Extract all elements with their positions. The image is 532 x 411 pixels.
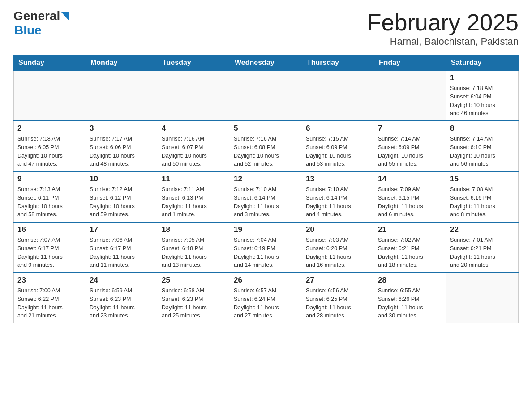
- day-number: 21: [378, 225, 442, 234]
- day-info: Sunrise: 6:55 AMSunset: 6:26 PMDaylight:…: [378, 287, 442, 320]
- calendar-week-row: 1Sunrise: 7:18 AMSunset: 6:04 PMDaylight…: [14, 71, 519, 121]
- calendar-cell: 8Sunrise: 7:14 AMSunset: 6:10 PMDaylight…: [446, 121, 519, 171]
- calendar-cell: 12Sunrise: 7:10 AMSunset: 6:14 PMDayligh…: [230, 171, 302, 222]
- day-info: Sunrise: 7:07 AMSunset: 6:17 PMDaylight:…: [17, 236, 82, 270]
- day-number: 15: [450, 175, 515, 184]
- day-number: 9: [17, 175, 82, 184]
- calendar-cell: 11Sunrise: 7:11 AMSunset: 6:13 PMDayligh…: [158, 171, 230, 222]
- day-info: Sunrise: 6:57 AMSunset: 6:24 PMDaylight:…: [234, 287, 298, 320]
- day-info: Sunrise: 7:18 AMSunset: 6:04 PMDaylight:…: [450, 84, 515, 118]
- calendar-cell: 6Sunrise: 7:15 AMSunset: 6:09 PMDaylight…: [302, 121, 374, 171]
- day-number: 11: [162, 175, 226, 184]
- day-info: Sunrise: 6:56 AMSunset: 6:25 PMDaylight:…: [306, 287, 370, 320]
- day-number: 22: [450, 225, 515, 234]
- day-info: Sunrise: 6:59 AMSunset: 6:23 PMDaylight:…: [90, 287, 154, 320]
- calendar-cell: 21Sunrise: 7:02 AMSunset: 6:21 PMDayligh…: [374, 222, 446, 273]
- calendar-cell: 18Sunrise: 7:05 AMSunset: 6:18 PMDayligh…: [158, 222, 230, 273]
- calendar-cell: [302, 71, 374, 121]
- day-number: 2: [17, 124, 82, 133]
- calendar-subtitle: Harnai, Balochistan, Pakistan: [367, 36, 519, 47]
- day-info: Sunrise: 7:10 AMSunset: 6:14 PMDaylight:…: [234, 185, 298, 219]
- day-number: 5: [234, 124, 298, 133]
- page-header: General Blue February 2025 Harnai, Baloc…: [13, 9, 519, 47]
- calendar-cell: 14Sunrise: 7:09 AMSunset: 6:15 PMDayligh…: [374, 171, 446, 222]
- calendar-cell: 13Sunrise: 7:10 AMSunset: 6:14 PMDayligh…: [302, 171, 374, 222]
- calendar-cell: 15Sunrise: 7:08 AMSunset: 6:16 PMDayligh…: [446, 171, 519, 222]
- day-of-week-header: Saturday: [446, 55, 519, 71]
- calendar-header-row: SundayMondayTuesdayWednesdayThursdayFrid…: [14, 55, 519, 71]
- title-block: February 2025 Harnai, Balochistan, Pakis…: [367, 9, 519, 47]
- calendar-cell: 19Sunrise: 7:04 AMSunset: 6:19 PMDayligh…: [230, 222, 302, 273]
- calendar-title: February 2025: [367, 9, 519, 36]
- day-info: Sunrise: 7:03 AMSunset: 6:20 PMDaylight:…: [306, 236, 370, 270]
- day-number: 7: [378, 124, 442, 133]
- day-info: Sunrise: 7:17 AMSunset: 6:06 PMDaylight:…: [90, 135, 154, 168]
- day-info: Sunrise: 7:02 AMSunset: 6:21 PMDaylight:…: [378, 236, 442, 270]
- day-info: Sunrise: 7:12 AMSunset: 6:12 PMDaylight:…: [90, 185, 154, 219]
- day-info: Sunrise: 7:04 AMSunset: 6:19 PMDaylight:…: [234, 236, 298, 270]
- logo: General Blue: [13, 9, 69, 38]
- calendar-cell: 27Sunrise: 6:56 AMSunset: 6:25 PMDayligh…: [302, 273, 374, 323]
- day-number: 1: [450, 73, 515, 82]
- day-number: 19: [234, 225, 298, 234]
- calendar-cell: 9Sunrise: 7:13 AMSunset: 6:11 PMDaylight…: [14, 171, 86, 222]
- day-info: Sunrise: 7:11 AMSunset: 6:13 PMDaylight:…: [162, 185, 226, 219]
- day-number: 25: [162, 276, 226, 285]
- calendar-cell: [230, 71, 302, 121]
- day-info: Sunrise: 7:16 AMSunset: 6:08 PMDaylight:…: [234, 135, 298, 168]
- calendar-cell: 4Sunrise: 7:16 AMSunset: 6:07 PMDaylight…: [158, 121, 230, 171]
- calendar-cell: 28Sunrise: 6:55 AMSunset: 6:26 PMDayligh…: [374, 273, 446, 323]
- logo-general-text: General: [13, 9, 60, 23]
- day-info: Sunrise: 7:01 AMSunset: 6:21 PMDaylight:…: [450, 236, 515, 270]
- day-number: 27: [306, 276, 370, 285]
- svg-marker-0: [61, 12, 69, 21]
- day-of-week-header: Friday: [374, 55, 446, 71]
- calendar-cell: 10Sunrise: 7:12 AMSunset: 6:12 PMDayligh…: [86, 171, 158, 222]
- day-of-week-header: Monday: [86, 55, 158, 71]
- day-number: 3: [90, 124, 154, 133]
- day-number: 16: [17, 225, 82, 234]
- calendar-cell: 20Sunrise: 7:03 AMSunset: 6:20 PMDayligh…: [302, 222, 374, 273]
- day-number: 28: [378, 276, 442, 285]
- calendar-cell: 16Sunrise: 7:07 AMSunset: 6:17 PMDayligh…: [14, 222, 86, 273]
- day-number: 17: [90, 225, 154, 234]
- calendar-week-row: 9Sunrise: 7:13 AMSunset: 6:11 PMDaylight…: [14, 171, 519, 222]
- logo-arrow-icon: [61, 12, 69, 21]
- day-number: 6: [306, 124, 370, 133]
- calendar-cell: 5Sunrise: 7:16 AMSunset: 6:08 PMDaylight…: [230, 121, 302, 171]
- calendar-cell: 2Sunrise: 7:18 AMSunset: 6:05 PMDaylight…: [14, 121, 86, 171]
- calendar-cell: [14, 71, 86, 121]
- day-of-week-header: Tuesday: [158, 55, 230, 71]
- day-number: 18: [162, 225, 226, 234]
- day-number: 12: [234, 175, 298, 184]
- day-number: 23: [17, 276, 82, 285]
- calendar-week-row: 16Sunrise: 7:07 AMSunset: 6:17 PMDayligh…: [14, 222, 519, 273]
- day-of-week-header: Wednesday: [230, 55, 302, 71]
- calendar-cell: 1Sunrise: 7:18 AMSunset: 6:04 PMDaylight…: [446, 71, 519, 121]
- logo-blue-text: Blue: [14, 23, 42, 37]
- day-info: Sunrise: 7:09 AMSunset: 6:15 PMDaylight:…: [378, 185, 442, 219]
- day-info: Sunrise: 7:13 AMSunset: 6:11 PMDaylight:…: [17, 185, 82, 219]
- day-info: Sunrise: 7:06 AMSunset: 6:17 PMDaylight:…: [90, 236, 154, 270]
- calendar-cell: 7Sunrise: 7:14 AMSunset: 6:09 PMDaylight…: [374, 121, 446, 171]
- calendar-cell: 26Sunrise: 6:57 AMSunset: 6:24 PMDayligh…: [230, 273, 302, 323]
- calendar-cell: [374, 71, 446, 121]
- calendar-table: SundayMondayTuesdayWednesdayThursdayFrid…: [13, 55, 519, 323]
- day-info: Sunrise: 7:14 AMSunset: 6:09 PMDaylight:…: [378, 135, 442, 168]
- calendar-cell: 24Sunrise: 6:59 AMSunset: 6:23 PMDayligh…: [86, 273, 158, 323]
- day-of-week-header: Thursday: [302, 55, 374, 71]
- day-info: Sunrise: 7:16 AMSunset: 6:07 PMDaylight:…: [162, 135, 226, 168]
- day-number: 14: [378, 175, 442, 184]
- day-info: Sunrise: 7:05 AMSunset: 6:18 PMDaylight:…: [162, 236, 226, 270]
- calendar-week-row: 2Sunrise: 7:18 AMSunset: 6:05 PMDaylight…: [14, 121, 519, 171]
- calendar-cell: 23Sunrise: 7:00 AMSunset: 6:22 PMDayligh…: [14, 273, 86, 323]
- calendar-cell: 22Sunrise: 7:01 AMSunset: 6:21 PMDayligh…: [446, 222, 519, 273]
- day-info: Sunrise: 7:08 AMSunset: 6:16 PMDaylight:…: [450, 185, 515, 219]
- day-info: Sunrise: 7:10 AMSunset: 6:14 PMDaylight:…: [306, 185, 370, 219]
- day-info: Sunrise: 6:58 AMSunset: 6:23 PMDaylight:…: [162, 287, 226, 320]
- day-number: 4: [162, 124, 226, 133]
- day-number: 13: [306, 175, 370, 184]
- calendar-cell: [446, 273, 519, 323]
- day-number: 8: [450, 124, 515, 133]
- day-number: 10: [90, 175, 154, 184]
